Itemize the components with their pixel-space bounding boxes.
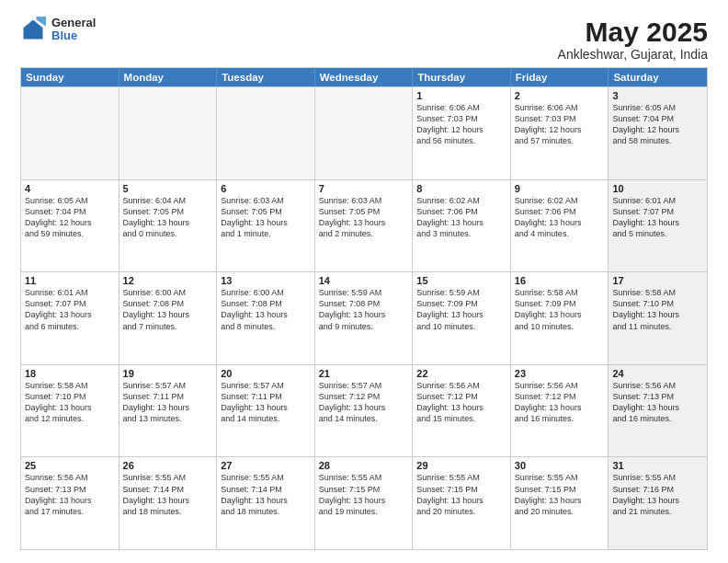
cell-info-line: Daylight: 13 hours	[221, 309, 311, 320]
day-number: 6	[221, 183, 311, 194]
calendar-cell-day-5: 5Sunrise: 6:04 AMSunset: 7:05 PMDaylight…	[119, 180, 218, 272]
day-number: 31	[612, 460, 703, 471]
cell-info-line: Sunset: 7:10 PM	[25, 391, 115, 402]
day-number: 7	[319, 183, 409, 194]
calendar: SundayMondayTuesdayWednesdayThursdayFrid…	[20, 67, 708, 550]
cell-info-line: Daylight: 13 hours	[319, 402, 409, 413]
cell-info-line: Sunrise: 6:00 AM	[123, 287, 213, 298]
cell-info-line: Daylight: 13 hours	[416, 309, 506, 320]
cell-info-line: Sunset: 7:15 PM	[319, 484, 409, 495]
calendar-row-2: 11Sunrise: 6:01 AMSunset: 7:07 PMDayligh…	[21, 271, 707, 364]
cell-info-line: and 18 minutes.	[123, 506, 213, 517]
cell-info-line: Daylight: 13 hours	[25, 402, 115, 413]
cell-info-line: Sunrise: 5:59 AM	[416, 287, 506, 298]
cell-info-line: Sunrise: 5:59 AM	[319, 287, 409, 298]
day-number: 4	[25, 183, 115, 194]
calendar-row-3: 18Sunrise: 5:58 AMSunset: 7:10 PMDayligh…	[21, 364, 707, 457]
cell-info-line: Sunset: 7:08 PM	[319, 298, 409, 309]
month-year-title: May 2025	[558, 17, 708, 47]
logo: General Blue	[20, 17, 96, 43]
cell-info-line: Sunrise: 5:56 AM	[515, 380, 605, 391]
cell-info-line: Sunrise: 5:56 AM	[416, 380, 506, 391]
cell-info-line: Daylight: 13 hours	[515, 309, 605, 320]
cell-info-line: Daylight: 13 hours	[123, 495, 213, 506]
logo-general-text: General	[51, 17, 96, 29]
calendar-cell-day-31: 31Sunrise: 5:55 AMSunset: 7:16 PMDayligh…	[609, 457, 707, 549]
cell-info-line: Daylight: 13 hours	[612, 309, 703, 320]
cell-info-line: and 3 minutes.	[416, 228, 506, 239]
cell-info-line: Sunrise: 5:57 AM	[221, 380, 311, 391]
day-number: 1	[416, 90, 506, 101]
cell-info-line: Sunset: 7:09 PM	[515, 298, 605, 309]
cell-info-line: and 16 minutes.	[515, 413, 605, 424]
cell-info-line: Sunrise: 5:55 AM	[221, 472, 311, 483]
cell-info-line: and 20 minutes.	[416, 506, 506, 517]
calendar-row-0: 1Sunrise: 6:06 AMSunset: 7:03 PMDaylight…	[21, 86, 707, 179]
calendar-cell-day-29: 29Sunrise: 5:55 AMSunset: 7:15 PMDayligh…	[413, 457, 511, 549]
calendar-cell-day-26: 26Sunrise: 5:55 AMSunset: 7:14 PMDayligh…	[119, 457, 218, 549]
cell-info-line: Sunset: 7:12 PM	[416, 391, 506, 402]
cell-info-line: and 1 minute.	[221, 228, 311, 239]
cell-info-line: Daylight: 13 hours	[515, 495, 605, 506]
calendar-body: 1Sunrise: 6:06 AMSunset: 7:03 PMDaylight…	[21, 86, 707, 549]
header-day-tuesday: Tuesday	[217, 68, 315, 86]
calendar-cell-day-16: 16Sunrise: 5:58 AMSunset: 7:09 PMDayligh…	[511, 272, 609, 364]
cell-info-line: and 16 minutes.	[612, 413, 703, 424]
cell-info-line: Daylight: 13 hours	[221, 402, 311, 413]
day-number: 22	[416, 368, 506, 379]
cell-info-line: and 58 minutes.	[612, 135, 703, 146]
cell-info-line: Sunrise: 5:56 AM	[612, 380, 703, 391]
cell-info-line: and 15 minutes.	[416, 413, 506, 424]
day-number: 26	[123, 460, 213, 471]
calendar-header: SundayMondayTuesdayWednesdayThursdayFrid…	[21, 68, 707, 86]
cell-info-line: and 13 minutes.	[123, 413, 213, 424]
calendar-cell-day-24: 24Sunrise: 5:56 AMSunset: 7:13 PMDayligh…	[609, 365, 707, 457]
cell-info-line: and 10 minutes.	[416, 321, 506, 332]
cell-info-line: Sunrise: 6:05 AM	[25, 195, 115, 206]
cell-info-line: Sunset: 7:09 PM	[416, 298, 506, 309]
page: General Blue May 2025 Ankleshwar, Gujara…	[0, 0, 728, 563]
day-number: 24	[612, 368, 703, 379]
cell-info-line: and 57 minutes.	[515, 135, 605, 146]
calendar-cell-day-12: 12Sunrise: 6:00 AMSunset: 7:08 PMDayligh…	[119, 272, 218, 364]
cell-info-line: and 10 minutes.	[515, 321, 605, 332]
cell-info-line: Sunrise: 6:05 AM	[612, 102, 703, 113]
cell-info-line: and 56 minutes.	[416, 135, 506, 146]
calendar-cell-day-22: 22Sunrise: 5:56 AMSunset: 7:12 PMDayligh…	[413, 365, 511, 457]
cell-info-line: and 2 minutes.	[319, 228, 409, 239]
logo-blue-text: Blue	[51, 29, 96, 42]
cell-info-line: Daylight: 13 hours	[416, 402, 506, 413]
calendar-cell-day-20: 20Sunrise: 5:57 AMSunset: 7:11 PMDayligh…	[217, 365, 315, 457]
cell-info-line: and 17 minutes.	[25, 506, 115, 517]
calendar-cell-day-6: 6Sunrise: 6:03 AMSunset: 7:05 PMDaylight…	[217, 180, 315, 272]
day-number: 9	[515, 183, 605, 194]
cell-info-line: Daylight: 13 hours	[123, 309, 213, 320]
cell-info-line: and 18 minutes.	[221, 506, 311, 517]
cell-info-line: Sunset: 7:05 PM	[319, 206, 409, 217]
calendar-cell-day-23: 23Sunrise: 5:56 AMSunset: 7:12 PMDayligh…	[511, 365, 609, 457]
cell-info-line: Sunrise: 5:55 AM	[515, 472, 605, 483]
calendar-cell-day-25: 25Sunrise: 5:56 AMSunset: 7:13 PMDayligh…	[21, 457, 119, 549]
cell-info-line: Sunrise: 6:02 AM	[416, 195, 506, 206]
day-number: 8	[416, 183, 506, 194]
header-day-friday: Friday	[511, 68, 609, 86]
calendar-cell-day-14: 14Sunrise: 5:59 AMSunset: 7:08 PMDayligh…	[315, 272, 414, 364]
calendar-cell-empty-0-1	[119, 87, 218, 179]
calendar-cell-empty-0-2	[217, 87, 315, 179]
cell-info-line: Daylight: 13 hours	[612, 217, 703, 228]
cell-info-line: Sunset: 7:05 PM	[123, 206, 213, 217]
cell-info-line: Sunset: 7:11 PM	[123, 391, 213, 402]
cell-info-line: Sunset: 7:07 PM	[25, 298, 115, 309]
cell-info-line: Sunset: 7:13 PM	[612, 391, 703, 402]
cell-info-line: Daylight: 13 hours	[416, 495, 506, 506]
cell-info-line: Sunrise: 5:57 AM	[123, 380, 213, 391]
cell-info-line: Sunrise: 6:02 AM	[515, 195, 605, 206]
cell-info-line: Sunrise: 5:56 AM	[25, 472, 115, 483]
header-day-sunday: Sunday	[21, 68, 119, 86]
cell-info-line: and 5 minutes.	[612, 228, 703, 239]
cell-info-line: Sunset: 7:06 PM	[515, 206, 605, 217]
cell-info-line: Sunset: 7:08 PM	[221, 298, 311, 309]
day-number: 21	[319, 368, 409, 379]
day-number: 11	[25, 275, 115, 286]
calendar-cell-day-11: 11Sunrise: 6:01 AMSunset: 7:07 PMDayligh…	[21, 272, 119, 364]
